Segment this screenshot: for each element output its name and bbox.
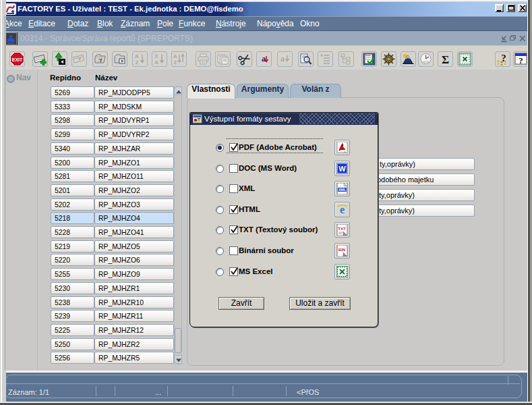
svg-text:a: a — [262, 54, 266, 63]
svg-text:13:15: 13:15 — [423, 61, 429, 63]
svg-text:A: A — [173, 53, 177, 59]
svg-text:Z: Z — [155, 53, 158, 59]
svg-text:TXT: TXT — [338, 227, 346, 231]
svg-text:Z: Z — [174, 59, 177, 65]
svg-text:?: ? — [519, 55, 523, 65]
svg-text:BIN: BIN — [338, 248, 345, 252]
svg-text:XML: XML — [338, 188, 347, 192]
svg-text:A: A — [154, 59, 158, 65]
svg-text:A: A — [135, 53, 139, 59]
svg-text:W: W — [338, 165, 346, 173]
svg-text:EXIT: EXIT — [12, 57, 23, 62]
svg-text:a: a — [280, 54, 285, 63]
svg-text:?: ? — [99, 57, 102, 63]
svg-text:Σ: Σ — [442, 53, 449, 65]
svg-text:Z: Z — [136, 59, 139, 65]
